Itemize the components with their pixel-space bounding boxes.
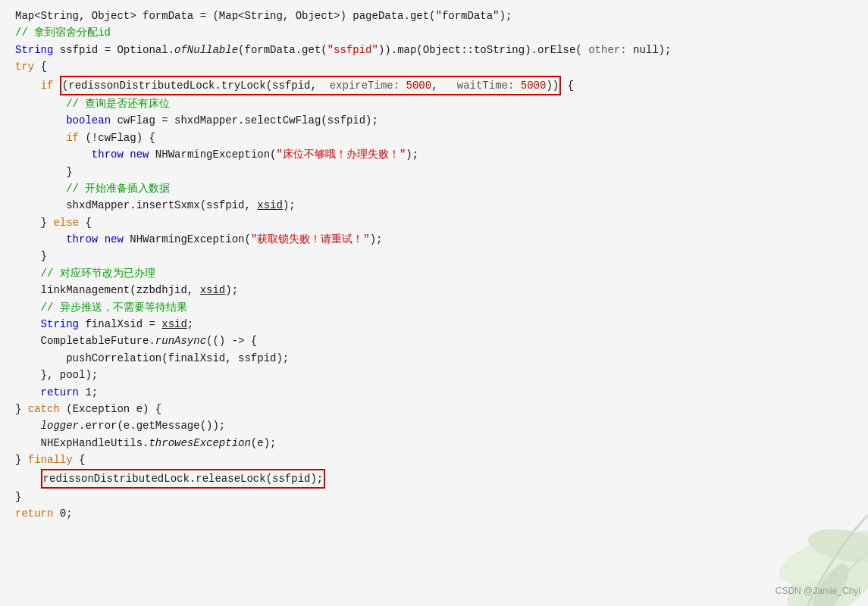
code-indent	[15, 367, 41, 383]
code-line-18: // 异步推送，不需要等待结果	[15, 299, 853, 316]
code-line-30: return 0;	[15, 505, 853, 522]
code-text: (Exception e) {	[60, 401, 161, 417]
code-string-bed: "床位不够哦！办理失败！"	[277, 146, 406, 163]
code-line-16: // 对应环节改为已办理	[15, 265, 853, 282]
code-text: {	[79, 214, 92, 231]
code-line-19: String finalXsid = xsid ;	[15, 316, 853, 333]
code-indent	[15, 95, 66, 112]
code-text: (formData.get(	[238, 42, 327, 58]
code-indent	[15, 350, 66, 367]
code-keyword-bool: boolean	[66, 112, 111, 129]
code-keyword-return: return	[41, 384, 79, 401]
code-line-17: linkManagement(zzbdhjid, xsid );	[15, 282, 853, 298]
code-text: );	[225, 282, 238, 298]
code-indent	[15, 77, 41, 94]
code-text	[98, 231, 104, 248]
code-text: (() -> {	[206, 333, 257, 349]
code-text: );	[370, 231, 383, 248]
code-text: )).map(Object::toString).orElse(	[378, 42, 588, 58]
code-italic: ofNullable	[174, 42, 238, 58]
code-redbox-release: redissonDistributedLock.releaseLock(ssfp…	[41, 469, 326, 489]
code-indent	[15, 164, 66, 180]
code-keyword-else: else	[53, 214, 79, 231]
code-comment2: // 开始准备插入数据	[66, 180, 170, 197]
code-line-8: if (!cwFlag) {	[15, 130, 853, 146]
code-param: expireTime:	[330, 80, 400, 92]
code-indent	[15, 214, 41, 231]
code-text: ))	[546, 80, 559, 92]
code-indent	[15, 265, 41, 282]
code-indent	[15, 333, 41, 349]
code-text: ssfpid = Optional.	[53, 42, 174, 58]
code-text: NHWarmingException(	[124, 231, 251, 248]
code-line-15: }	[15, 248, 853, 264]
code-text: );	[283, 197, 296, 214]
code-line-28: redissonDistributedLock.releaseLock(ssfp…	[15, 469, 853, 489]
code-indent	[15, 470, 41, 487]
code-xsid: xsid	[257, 197, 283, 214]
code-keyword-new2: new	[105, 231, 124, 248]
code-line-27: } finally {	[15, 451, 853, 468]
code-text: }	[66, 164, 72, 180]
code-line-9: throw new NHWarmingException( "床位不够哦！办理失…	[15, 146, 853, 163]
code-indent	[15, 435, 41, 451]
code-line-14: throw new NHWarmingException( "获取锁失败！请重试…	[15, 231, 853, 248]
code-line-25: logger .error(e.getMessage());	[15, 417, 853, 434]
code-text: redissonDistributedLock.releaseLock(ssfp…	[43, 473, 324, 485]
code-text: null);	[627, 42, 672, 58]
code-text: (!cwFlag) {	[79, 130, 155, 146]
code-text	[124, 146, 130, 163]
code-number2: 5000	[514, 80, 546, 92]
code-container: Map<String, Object> formData = (Map<Stri…	[0, 0, 868, 606]
code-indent	[15, 248, 41, 264]
code-block: Map<String, Object> formData = (Map<Stri…	[15, 8, 853, 523]
svg-point-2	[805, 524, 868, 567]
code-param: other:	[588, 42, 626, 58]
code-text: ,	[431, 80, 457, 92]
code-text: (redissonDistributedLock.tryLock(ssfpid,	[62, 80, 330, 92]
code-text: {	[73, 451, 86, 468]
code-text: 1;	[79, 384, 98, 401]
code-keyword-finally: finally	[28, 451, 73, 468]
code-indent	[15, 316, 41, 333]
code-keyword-catch: catch	[28, 401, 60, 417]
code-line-24: } catch (Exception e) {	[15, 401, 853, 417]
code-keyword-throw2: throw	[66, 231, 98, 248]
code-line-22: }, pool);	[15, 367, 853, 383]
code-text: }	[15, 401, 28, 417]
code-indent	[15, 299, 41, 316]
csdn-watermark: CSDN @Jamie_Chyi	[776, 584, 860, 598]
code-text: 0;	[53, 505, 72, 522]
code-text: ;	[187, 316, 193, 333]
code-comment: // 查询是否还有床位	[66, 95, 170, 112]
code-text: CompletableFuture.	[41, 333, 155, 349]
code-keyword-throw: throw	[92, 146, 124, 163]
code-text: }	[41, 214, 54, 231]
code-keyword-if: if	[41, 77, 54, 94]
code-text: {	[34, 58, 47, 75]
code-keyword: String	[15, 42, 53, 58]
code-line-29: }	[15, 489, 853, 505]
code-string-lock: "获取锁失败！请重试！"	[251, 231, 370, 248]
code-param2: waitTime:	[457, 80, 515, 92]
code-line-13: } else {	[15, 214, 853, 231]
code-indent	[15, 384, 41, 401]
code-logger: logger	[41, 417, 79, 434]
code-line-26: NHExpHandleUtils. throwesException (e);	[15, 435, 853, 451]
code-text: (e);	[251, 435, 277, 451]
code-indent	[15, 197, 66, 214]
code-indent	[15, 146, 92, 163]
code-redbox-if: (redissonDistributedLock.tryLock(ssfpid,…	[60, 76, 561, 95]
code-text: }	[41, 248, 47, 264]
code-keyword-try: try	[15, 58, 34, 75]
code-xsid3: xsid	[161, 316, 187, 333]
code-text: .error(e.getMessage());	[79, 417, 225, 434]
code-text: linkManagement(zzbdhjid,	[41, 282, 200, 298]
code-indent	[15, 130, 66, 146]
code-text: }	[15, 451, 28, 468]
code-comment: // 拿到宿舍分配id	[15, 24, 111, 41]
code-keyword-new: new	[130, 146, 149, 163]
code-line-5: if (redissonDistributedLock.tryLock(ssfp…	[15, 76, 853, 95]
code-line-20: CompletableFuture. runAsync (() -> {	[15, 333, 853, 349]
code-throwes: throwesException	[149, 435, 250, 451]
